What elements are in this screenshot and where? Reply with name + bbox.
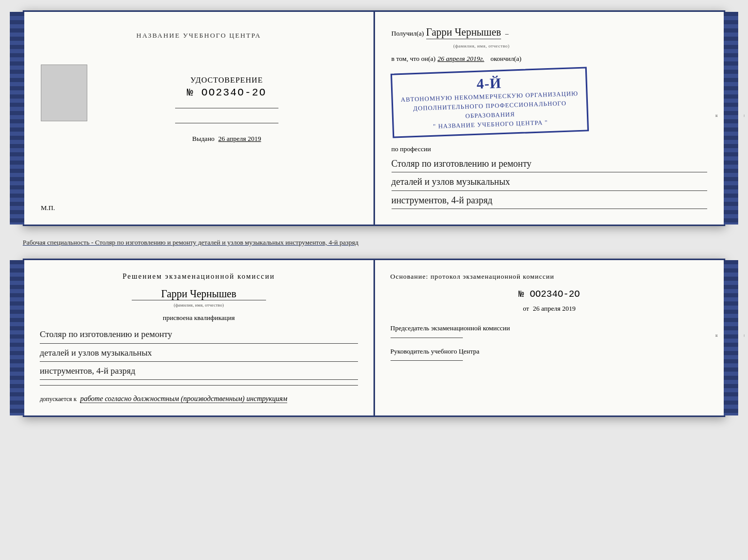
bottom-right-page: Основание: протокол экзаменационной коми… bbox=[375, 260, 724, 415]
qualification-line3: инструментов, 4-й разряд bbox=[40, 363, 358, 380]
dopuskaetsya-text: работе согласно должностным (производств… bbox=[80, 395, 287, 403]
poluchil-prefix: Получил(а) bbox=[392, 29, 424, 38]
stamp-box: 4-й АВТОНОМНУЮ НЕКОММЕРЧЕСКУЮ ОРГАНИЗАЦИ… bbox=[390, 67, 588, 138]
vtom-row: в том, что он(а) 26 апреля 2019г. окончи… bbox=[392, 55, 708, 63]
top-left-title: НАЗВАНИЕ УЧЕБНОГО ЦЕНТРА bbox=[41, 31, 357, 40]
photo-placeholder bbox=[41, 65, 87, 121]
date-vtom: 26 апреля 2019г. bbox=[438, 55, 484, 63]
vydano-label: Выдано bbox=[192, 135, 214, 142]
resheniem-title: Решением экзаменационной комиссии bbox=[40, 273, 358, 281]
bottom-number: № OO234O-2O bbox=[391, 289, 709, 299]
stamp-line4: " НАЗВАНИЕ УЧЕБНОГО ЦЕНТРА " bbox=[433, 119, 548, 130]
bottom-left-page: Решением экзаменационной комиссии Гарри … bbox=[24, 260, 375, 415]
mp-label: М.П. bbox=[41, 204, 55, 212]
qualification-line1: Столяр по изготовлению и ремонту bbox=[40, 326, 358, 343]
okonchil-label: окончил(а) bbox=[490, 55, 521, 63]
predsedatel-label: Председатель экзаменационной комиссии bbox=[391, 323, 709, 333]
qualification-line2: деталей и узлов музыкальных bbox=[40, 345, 358, 362]
udostoverenie-number: № OO234O-2O bbox=[187, 87, 267, 99]
side-decoration-bottom-right: – – – – – ← а и bbox=[714, 260, 724, 415]
osnovanie-label: Основание: протокол экзаменационной коми… bbox=[391, 273, 709, 281]
profession-line3-top: инструментов, 4-й разряд bbox=[392, 192, 708, 209]
top-left-page: НАЗВАНИЕ УЧЕБНОГО ЦЕНТРА УДОСТОВЕРЕНИЕ №… bbox=[24, 12, 375, 225]
stamp-line3: ДОПОЛНИТЕЛЬНОГО ПРОФЕССИОНАЛЬНОГО ОБРАЗО… bbox=[413, 100, 566, 120]
dopuskaetsya-prefix: допускается к bbox=[40, 395, 76, 403]
rukovoditel-label: Руководитель учебного Центра bbox=[391, 346, 709, 357]
vydano-date: 26 апреля 2019 bbox=[219, 135, 261, 142]
rukovoditel-sig-line bbox=[391, 360, 463, 361]
profession-line1-top: Столяр по изготовлению и ремонту bbox=[392, 155, 708, 172]
dopuskaetsya-row: допускается к работе согласно должностны… bbox=[40, 395, 358, 403]
vtom-prefix: в том, что он(а) bbox=[392, 55, 436, 63]
ot-date: 26 апреля 2019 bbox=[533, 305, 575, 312]
ot-row: от 26 апреля 2019 bbox=[391, 305, 709, 313]
ot-prefix: от bbox=[523, 305, 529, 312]
po-professii-label: по профессии bbox=[392, 145, 708, 153]
recipient-name: Гарри Чернышев bbox=[426, 26, 501, 39]
description-text: Рабочая специальность - Столяр по изгото… bbox=[23, 235, 725, 250]
bottom-document-spread: Решением экзаменационной комиссии Гарри … bbox=[23, 259, 725, 417]
profession-line2-top: деталей и узлов музыкальных bbox=[392, 173, 708, 190]
divider-line-2 bbox=[175, 123, 278, 123]
predsedatel-sig-line bbox=[391, 338, 463, 338]
person-name-bottom: Гарри Чернышев bbox=[132, 288, 266, 300]
qual-divider bbox=[40, 385, 358, 386]
udostoverenie-label: УДОСТОВЕРЕНИЕ bbox=[190, 76, 263, 85]
prisvoena-label: присвоена квалификация bbox=[40, 314, 358, 322]
name-hint-bottom: (фамилия, имя, отчество) bbox=[40, 302, 358, 308]
divider-line-1 bbox=[175, 108, 278, 108]
top-document-spread: НАЗВАНИЕ УЧЕБНОГО ЦЕНТРА УДОСТОВЕРЕНИЕ №… bbox=[23, 10, 725, 226]
side-decoration-right: – – – – – ← а и bbox=[714, 12, 724, 225]
top-right-page: Получил(а) Гарри Чернышев – (фамилия, им… bbox=[375, 12, 724, 225]
fio-hint-top: (фамилия, имя, отчество) bbox=[454, 43, 510, 49]
poluchil-row: Получил(а) Гарри Чернышев – bbox=[392, 26, 708, 39]
vydano-row: Выдано 26 апреля 2019 bbox=[192, 135, 261, 143]
